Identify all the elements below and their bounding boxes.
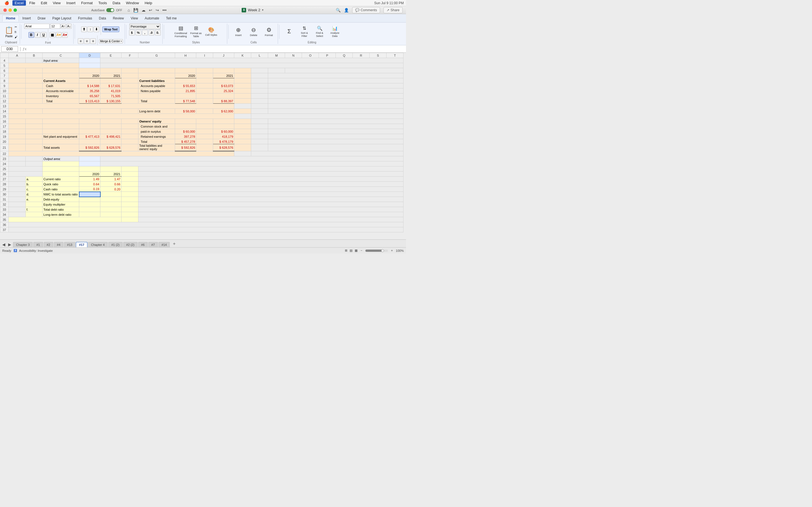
sheet-tab-chapter3[interactable]: Chapter 3 [13,242,33,247]
col-header-g[interactable]: G [139,53,175,58]
col-header-o[interactable]: O [302,53,319,58]
sheet-tab-chapter4[interactable]: Chapter 4 [88,242,108,247]
borders-button[interactable]: ▦ [50,32,55,38]
font-decrease-button[interactable]: A↓ [66,24,71,29]
col-header-p[interactable]: P [319,53,336,58]
font-increase-button[interactable]: A↑ [61,24,66,29]
col-header-h[interactable]: H [175,53,196,58]
tab-home[interactable]: Home [2,15,19,22]
merge-center-button[interactable]: Merge & Center ▾ [99,39,123,43]
sheet-scroll[interactable]: A B C D E F G H I J K L M N O P Q [0,53,406,239]
align-center-button[interactable]: ≡ [84,38,90,44]
menu-data[interactable]: Data [110,0,122,6]
redo-icon[interactable]: ↪ [155,7,160,13]
sort-filter-button[interactable]: ⇅ Sort & Filter [297,24,312,40]
menu-help[interactable]: Help [142,0,154,6]
formula-input[interactable] [28,46,405,52]
r30-d-selected[interactable] [79,192,100,197]
font-size-input[interactable] [50,24,60,29]
tab-view[interactable]: View [128,15,142,21]
sheet-tab-17[interactable]: #17 [76,242,87,247]
tab-data[interactable]: Data [96,15,109,21]
fill-color-button[interactable]: A▾ [56,32,61,38]
col-header-c[interactable]: C [43,53,79,58]
zoom-minus[interactable]: － [360,248,363,253]
comma-button[interactable]: , [142,30,148,36]
search-icon[interactable]: 🔍 [336,8,341,12]
menu-excel[interactable]: Excel [12,0,26,6]
col-header-a[interactable]: A [9,53,26,58]
italic-button[interactable]: I [35,32,40,38]
tab-formulas[interactable]: Formulas [75,15,96,21]
minimize-button[interactable] [8,8,12,12]
cell-styles-button[interactable]: 🎨 Cell Styles [204,24,218,40]
underline-button[interactable]: U [41,32,47,38]
menu-window[interactable]: Window [124,0,141,6]
format-as-table-button[interactable]: ⊞ Format as Table [189,24,203,40]
cell-reference-box[interactable] [1,46,18,52]
col-header-i[interactable]: I [196,53,213,58]
view-page-break-icon[interactable]: ▤ [350,249,352,252]
tab-automate[interactable]: Automate [141,15,162,21]
undo-icon[interactable]: ↩ [148,7,153,13]
more-icon[interactable]: ••• [161,7,167,13]
copy-button[interactable]: ⎘ [14,30,18,34]
tab-review[interactable]: Review [109,15,127,21]
decrease-decimal-button[interactable]: 0. [155,30,161,36]
delete-cells-button[interactable]: ⊖ Delete [247,24,261,40]
number-format-select[interactable]: Percentage [130,24,160,29]
tab-insert[interactable]: Insert [19,15,34,21]
bold-button[interactable]: B [29,32,34,38]
sheet-tab-1-2[interactable]: #1 (2) [108,242,123,247]
sum-button[interactable]: Σ [282,24,296,40]
find-select-button[interactable]: 🔍 Find & Select [313,24,327,40]
percent-button[interactable]: % [136,30,141,36]
sheet-tab-6[interactable]: #6 [138,242,148,247]
align-top-button[interactable]: ⬆ [81,26,87,32]
r4-c[interactable]: Input area: [43,58,79,63]
r4-b[interactable] [26,58,43,63]
view-page-layout-icon[interactable]: ▦ [355,249,357,252]
align-bottom-button[interactable]: ⬇ [94,26,99,32]
col-header-j[interactable]: J [213,53,234,58]
col-header-e[interactable]: E [100,53,121,58]
sheet-tab-4[interactable]: #4 [54,242,63,247]
conditional-formatting-button[interactable]: ▤ Conditional Formatting [174,24,188,40]
sheet-tab-2[interactable]: #2 [44,242,53,247]
col-header-f[interactable]: F [121,53,139,58]
sheet-tab-1[interactable]: #1 [33,242,43,247]
function-icon[interactable]: ƒx [22,47,27,51]
home-icon[interactable]: ⌂ [126,7,131,13]
r5-d[interactable] [79,63,100,68]
col-header-m[interactable]: M [268,53,285,58]
sheet-tab-13[interactable]: #13 [64,242,75,247]
align-left-button[interactable]: ≡ [78,38,84,44]
sheet-tab-14[interactable]: #14 [158,242,170,247]
autosave-toggle[interactable] [106,8,114,12]
col-header-q[interactable]: Q [336,53,353,58]
analyze-data-button[interactable]: 📊 Analyze Data [328,24,342,40]
col-header-s[interactable]: S [370,53,387,58]
zoom-slider[interactable] [365,249,388,252]
col-header-r[interactable]: R [353,53,370,58]
zoom-plus[interactable]: ＋ [390,248,394,253]
add-sheet-button[interactable]: ＋ [170,240,178,247]
wrap-text-button[interactable]: Wrap Text [102,26,119,32]
paste-button[interactable]: 📋 Paste [4,24,14,40]
r4-d[interactable] [79,58,100,63]
tab-draw[interactable]: Draw [34,15,49,21]
menu-view[interactable]: View [50,0,63,6]
menu-format[interactable]: Format [79,0,95,6]
maximize-button[interactable] [13,8,17,12]
col-header-k[interactable]: K [234,53,251,58]
tab-page-layout[interactable]: Page Layout [49,15,74,21]
col-header-t[interactable]: T [387,53,403,58]
col-header-b[interactable]: B [26,53,43,58]
apple-menu[interactable]: 🍎 [2,0,11,6]
align-middle-button[interactable]: ↕ [87,26,93,32]
r4-a[interactable] [9,58,26,63]
col-header-l[interactable]: L [251,53,268,58]
scroll-tabs-right[interactable]: ▶ [7,242,12,247]
format-painter-button[interactable]: 🖌 [14,35,18,40]
col-header-d[interactable]: D [79,53,100,58]
